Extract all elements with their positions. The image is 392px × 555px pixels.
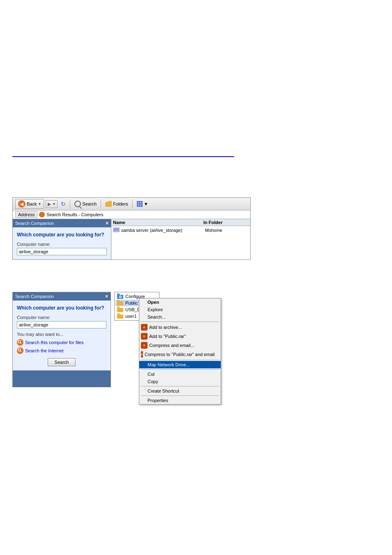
context-menu-map-drive[interactable]: Map Network Drive... [139, 361, 221, 368]
public-folder-label: Public [125, 301, 138, 305]
configure-icon [117, 294, 124, 299]
view-icon [137, 201, 143, 207]
svg-rect-18 [117, 313, 120, 315]
usb-folder-icon [117, 307, 124, 312]
context-menu-search[interactable]: Search... [139, 313, 221, 321]
context-menu-open[interactable]: Open [139, 298, 221, 306]
col-name-header: Name [113, 220, 203, 225]
folders-button[interactable]: Folders [104, 200, 130, 208]
search-computer-label: Search this computer for files [25, 340, 83, 345]
search-prompt-title-2: Which computer are you looking for? [17, 305, 106, 312]
back-button[interactable]: ◀ Back ▼ [15, 199, 44, 209]
blue-separator-line [12, 156, 234, 157]
back-icon: ◀ [18, 200, 25, 208]
context-menu-sep-1 [141, 321, 219, 322]
search-companion-close-button[interactable]: × [106, 220, 108, 226]
folders-icon [105, 201, 112, 207]
rar-icon-4: R [141, 351, 143, 358]
svg-rect-1 [114, 229, 119, 229]
svg-rect-15 [117, 308, 123, 312]
refresh-icon: ↻ [61, 201, 66, 207]
search-companion-body: Which computer are you looking for? Comp… [13, 227, 111, 259]
context-menu-properties[interactable]: Properties [139, 397, 221, 404]
folders-label: Folders [113, 201, 128, 206]
view-dropdown-arrow: ▼ [144, 201, 148, 206]
forward-icon: ▶ [48, 201, 51, 207]
context-menu-explore[interactable]: Explore [139, 306, 221, 313]
address-text: Search Results - Computers [46, 212, 248, 217]
svg-rect-14 [117, 300, 120, 302]
you-may-text: You may also want to... [17, 332, 106, 337]
forward-button[interactable]: ▶ ▼ [46, 200, 58, 208]
address-label: Address [15, 211, 37, 218]
back-dropdown-arrow: ▼ [38, 202, 41, 206]
server-icon [113, 227, 120, 234]
search-computer-link[interactable]: Search this computer for files [17, 339, 106, 346]
col-folder-header: In Folder [203, 220, 222, 225]
context-menu: Open Explore Search... R Add to archive.… [139, 298, 221, 405]
context-menu-cut[interactable]: Cut [139, 370, 221, 378]
search-button-container: Search [17, 358, 106, 366]
context-menu-add-archive[interactable]: R Add to archive... [139, 323, 221, 332]
user-folder-icon [117, 313, 124, 319]
computer-name-label: Computer name: [17, 242, 107, 247]
search-internet-label: Search the Internet [25, 348, 64, 353]
search-companion-panel-2: Search Companion × Which computer are yo… [12, 292, 111, 387]
search-companion-body-2: Which computer are you looking for? Comp… [13, 301, 111, 370]
search-companion-footer [13, 370, 111, 387]
forward-dropdown-arrow: ▼ [52, 202, 55, 206]
search-companion-header-2: Search Companion × [13, 292, 111, 301]
file-item-folder: Mshome [205, 228, 222, 233]
search-companion-panel: Search Companion × Which computer are yo… [13, 219, 111, 259]
svg-rect-2 [114, 230, 119, 231]
svg-rect-10 [117, 294, 120, 295]
file-list-header: Name In Folder [111, 219, 250, 226]
context-menu-add-rar[interactable]: R Add to "Public.rar" [139, 332, 221, 341]
rar-icon-3: R [141, 342, 148, 349]
explorer-window-first: ◀ Back ▼ ▶ ▼ ↻ Search Folders ▼ [12, 197, 251, 260]
context-menu-copy[interactable]: Copy [139, 378, 221, 385]
refresh-button[interactable]: ↻ [59, 200, 67, 208]
toolbar-divider-1 [70, 199, 70, 208]
search-internet-icon [17, 347, 23, 354]
table-row[interactable]: samba server (airlive_storage) Mshome [111, 226, 250, 234]
address-bar: Address Search Results - Computers [13, 210, 250, 219]
computer-name-label-2: Computer name: [17, 315, 106, 320]
search-label: Search [82, 201, 97, 206]
user-folder-label: user1 [125, 314, 137, 319]
file-item-name: samba server (airlive_storage) [121, 228, 203, 233]
context-menu-sep-3 [141, 369, 219, 370]
back-label: Back [27, 201, 37, 206]
explorer-content: Search Companion × Which computer are yo… [13, 219, 250, 259]
search-companion-header: Search Companion × [13, 219, 111, 227]
svg-rect-16 [117, 307, 120, 308]
search-prompt-title: Which computer are you looking for? [17, 231, 107, 238]
context-menu-sep-4 [141, 386, 219, 386]
view-button[interactable]: ▼ [135, 200, 150, 208]
context-menu-create-shortcut[interactable]: Create Shortcut [139, 387, 221, 395]
context-menu-sep-5 [141, 395, 219, 396]
explorer-toolbar: ◀ Back ▼ ▶ ▼ ↻ Search Folders ▼ [13, 198, 250, 210]
file-list: Name In Folder samba server (airlive_sto… [111, 219, 250, 259]
search-companion-title-2: Search Companion [15, 294, 54, 299]
address-icon [39, 212, 45, 217]
svg-rect-13 [117, 301, 123, 305]
search-submit-button[interactable]: Search [48, 358, 76, 366]
computer-name-input[interactable] [17, 248, 107, 255]
context-menu-sep-2 [141, 360, 219, 360]
public-folder-icon [117, 300, 124, 306]
toolbar-divider-3 [132, 199, 133, 208]
search-icon [74, 201, 81, 207]
search-companion-close-button-2[interactable]: × [105, 294, 108, 299]
second-section: Search Companion × Which computer are yo… [12, 292, 226, 465]
usb-folder-label: USB_D [125, 307, 141, 312]
context-menu-compress-email[interactable]: R Compress and email... [139, 341, 221, 350]
search-companion-title: Search Companion [15, 221, 54, 226]
rar-icon-2: R [141, 333, 148, 340]
context-menu-compress-rar-email[interactable]: R Compress to "Public.rar" and email [139, 350, 221, 359]
computer-name-input-2[interactable] [17, 321, 106, 328]
toolbar-divider-2 [101, 199, 101, 208]
search-button-toolbar[interactable]: Search [73, 200, 98, 208]
search-internet-link[interactable]: Search the Internet [17, 347, 106, 354]
rar-icon-1: R [141, 324, 148, 331]
